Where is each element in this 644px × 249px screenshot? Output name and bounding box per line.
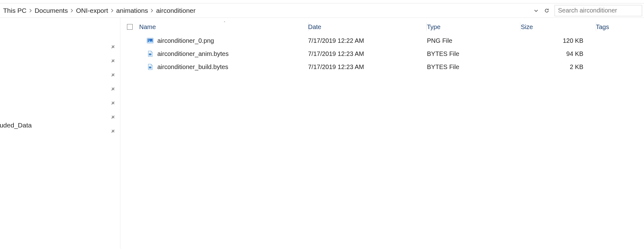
file-date: 7/17/2019 12:23 AM — [308, 50, 427, 57]
column-header-name-label: Name — [139, 23, 156, 31]
file-type: PNG File — [427, 37, 521, 44]
pin-icon — [110, 72, 116, 79]
file-name: airconditioner_build.bytes — [157, 63, 228, 71]
file-name: airconditioner_anim.bytes — [157, 50, 229, 57]
file-type: BYTES File — [427, 63, 521, 71]
column-divider[interactable] — [308, 22, 308, 31]
chevron-right-icon[interactable] — [111, 9, 114, 12]
column-header-date[interactable]: Date — [308, 23, 427, 31]
ribbon-tab-view[interactable]: View — [33, 0, 49, 1]
pin-icon — [110, 114, 116, 122]
chevron-right-icon[interactable] — [150, 9, 154, 12]
pin-icon — [110, 58, 116, 65]
ribbon-tab-picture-tools[interactable]: Picture Tools — [62, 0, 99, 1]
column-divider[interactable] — [596, 22, 596, 31]
ribbon-tab-share[interactable]: Share — [1, 0, 20, 1]
column-divider[interactable] — [426, 22, 427, 31]
select-all-checkbox[interactable] — [120, 24, 139, 30]
search-box[interactable] — [555, 5, 642, 16]
breadcrumb-item-oni-export[interactable]: ONI-export — [76, 7, 108, 14]
pin-column — [110, 44, 116, 136]
svg-rect-3 — [149, 53, 151, 55]
bytes-file-icon — [147, 50, 154, 57]
file-row[interactable]: airconditioner_anim.bytes 7/17/2019 12:2… — [120, 47, 644, 60]
pin-icon — [110, 100, 116, 107]
file-list-pane: Name ˄ Date Type Size Tags airconditione… — [120, 18, 644, 249]
sidebar-item-data[interactable]: luded_Data — [0, 122, 32, 129]
file-name: airconditioner_0.png — [157, 37, 214, 44]
bytes-file-icon — [147, 63, 154, 70]
ribbon-tabs: Share View Picture Tools — [0, 0, 644, 2]
chevron-right-icon[interactable] — [70, 9, 74, 12]
breadcrumb-item-documents[interactable]: Documents — [35, 7, 68, 14]
file-size: 94 KB — [521, 50, 596, 57]
column-header-type[interactable]: Type — [427, 23, 521, 31]
column-header-tags[interactable]: Tags — [596, 23, 644, 31]
pin-icon — [110, 128, 116, 136]
address-dropdown-button[interactable] — [531, 5, 541, 16]
search-input[interactable] — [558, 7, 639, 14]
column-divider[interactable] — [520, 22, 520, 31]
file-size: 120 KB — [521, 37, 596, 44]
file-type: BYTES File — [427, 50, 521, 57]
main: luded_Data Name ˄ Date Type Size Tags — [0, 18, 644, 249]
column-header-name[interactable]: Name ˄ — [139, 23, 308, 31]
file-size: 2 KB — [521, 63, 596, 71]
pin-icon — [110, 44, 116, 51]
svg-rect-4 — [149, 67, 151, 68]
file-row[interactable]: airconditioner_build.bytes 7/17/2019 12:… — [120, 60, 644, 73]
address-right — [531, 3, 644, 17]
chevron-right-icon[interactable] — [29, 9, 32, 12]
column-headers: Name ˄ Date Type Size Tags — [120, 20, 644, 34]
file-row[interactable]: airconditioner_0.png 7/17/2019 12:22 AM … — [120, 34, 644, 47]
navbar: This PC Documents ONI-export animations … — [0, 3, 644, 18]
column-header-size[interactable]: Size — [521, 23, 596, 31]
file-rows: airconditioner_0.png 7/17/2019 12:22 AM … — [120, 34, 644, 73]
navigation-pane[interactable]: luded_Data — [0, 18, 120, 249]
svg-point-2 — [149, 40, 150, 41]
pin-icon — [110, 86, 116, 93]
file-date: 7/17/2019 12:23 AM — [308, 63, 427, 71]
refresh-button[interactable] — [541, 5, 552, 16]
breadcrumb-item-airconditioner[interactable]: airconditioner — [156, 7, 195, 14]
file-date: 7/17/2019 12:22 AM — [308, 37, 427, 44]
breadcrumb-item-this-pc[interactable]: This PC — [3, 7, 27, 14]
image-file-icon — [147, 37, 154, 44]
sort-ascending-icon: ˄ — [224, 21, 226, 25]
breadcrumb-item-animations[interactable]: animations — [116, 7, 148, 14]
breadcrumb[interactable]: This PC Documents ONI-export animations … — [0, 3, 531, 17]
